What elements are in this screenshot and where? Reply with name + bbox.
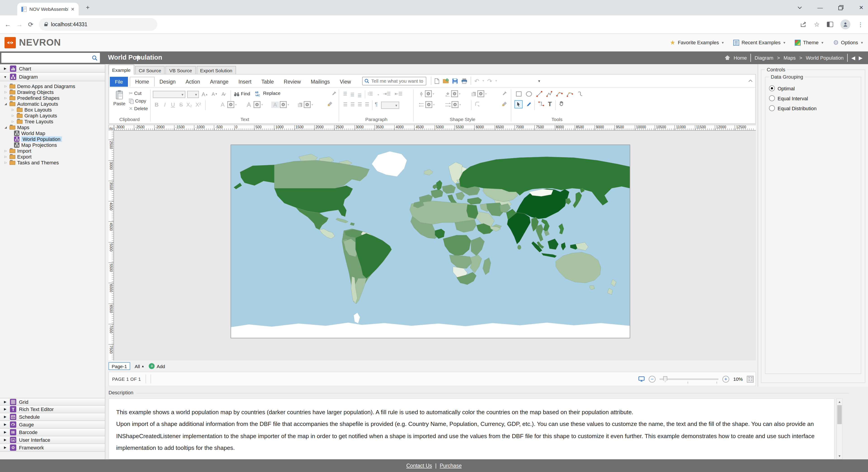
paragraph-style-select[interactable]: ▼ (381, 102, 399, 109)
window-close-icon[interactable]: ✕ (859, 4, 864, 11)
text-tool-icon[interactable]: T (548, 100, 552, 107)
shrink-font-icon[interactable]: A▼ (212, 91, 218, 97)
text-background-style-button[interactable]: ⚙▾ (298, 101, 313, 108)
new-tab-button[interactable]: + (86, 4, 90, 11)
breadcrumb-diagram[interactable]: Diagram (754, 55, 773, 61)
browser-menu-icon[interactable]: ⋮ (858, 21, 864, 28)
align-left-icon[interactable]: ☰ (343, 102, 348, 107)
world-population-map[interactable] (230, 144, 630, 338)
tree-item-predefined-shapes[interactable]: ▷Predefined Shapes (0, 95, 105, 101)
underline-button[interactable]: U (169, 102, 177, 108)
purchase-link[interactable]: Purchase (440, 463, 462, 468)
shape-fill-style-button[interactable]: ⚙▾ (445, 90, 460, 97)
window-menu-icon[interactable] (798, 6, 802, 9)
text-fill-style-button[interactable]: A⚙▾ (219, 101, 237, 108)
sidebar-section-rich-text-editor[interactable]: ▶TRich Text Editor (0, 406, 105, 413)
print-icon[interactable] (461, 78, 468, 84)
browser-tab[interactable]: NOV WebAssembly Examples ✕ (17, 3, 79, 15)
drawing-canvas[interactable]: 2000250030003500400045005000550060006500… (108, 131, 756, 361)
reload-icon[interactable]: ⟳ (28, 21, 33, 28)
tell-me-search[interactable] (362, 76, 427, 85)
search-icon[interactable] (92, 55, 98, 61)
ellipse-tool-icon[interactable] (525, 91, 532, 97)
description-scrollbar[interactable]: ▲ ▼ (836, 398, 843, 459)
sidebar-section-grid[interactable]: ▶Grid (0, 398, 105, 406)
radio-icon[interactable] (769, 95, 775, 101)
tree-item-maps[interactable]: ◢Maps (0, 124, 105, 130)
align-right-icon[interactable]: ☰ (358, 102, 362, 107)
ribbon-tab-design[interactable]: Design (154, 76, 181, 87)
radio-icon[interactable] (769, 105, 775, 111)
save-icon[interactable] (452, 78, 458, 84)
sidebar-section-diagram[interactable]: ▼ Diagram (0, 73, 105, 81)
tab-export-solution[interactable]: Export Solution (196, 66, 236, 74)
recent-examples-menu[interactable]: Recent Examples▼ (733, 39, 786, 45)
arc-tool-icon[interactable] (556, 91, 563, 97)
side-panel-icon[interactable] (827, 22, 833, 27)
undo-icon[interactable]: ↶ (474, 77, 479, 84)
zoom-out-icon[interactable]: − (649, 376, 655, 382)
sidebar-section-chart[interactable]: ▶ Chart (0, 64, 105, 73)
arrow-begin-style-button[interactable]: ⚙▾ (418, 101, 435, 108)
radio-optimal[interactable]: Optimal (769, 86, 857, 91)
sidebar-section-user-interface[interactable]: ▶User Interface (0, 436, 105, 444)
shape-shadow-style-button[interactable]: ⚙▾ (471, 90, 487, 97)
sidebar-section-framework[interactable]: ▶Framework (0, 444, 105, 452)
italic-button[interactable]: I (161, 102, 168, 108)
tree-item-world-population[interactable]: World Population (0, 136, 105, 142)
ribbon-tab-view[interactable]: View (335, 76, 356, 87)
back-icon[interactable]: ← (4, 21, 11, 28)
bullet-list-icon[interactable]: ⁝☰ (368, 91, 373, 96)
all-pages-button[interactable]: All▲ (135, 363, 145, 369)
ribbon-tab-table[interactable]: Table (256, 76, 279, 87)
text-style-picker-icon[interactable] (332, 91, 337, 96)
subscript-button[interactable]: X₂ (185, 102, 193, 108)
line-spacing-icon[interactable]: ☰ (343, 91, 347, 96)
sidebar-section-barcode[interactable]: ▶Barcode (0, 429, 105, 436)
tree-item-tasks-and-themes[interactable]: ▷Tasks and Themes (0, 160, 105, 165)
contact-us-link[interactable]: Contact Us (406, 463, 432, 468)
text-stroke-style-button[interactable]: A⚙▾ (245, 101, 263, 108)
pan-tool-icon[interactable] (559, 101, 564, 106)
tab-csharp-source[interactable]: C# Source (135, 66, 165, 74)
window-restore-icon[interactable] (838, 5, 844, 10)
align-center-icon[interactable]: ☰ (350, 102, 355, 107)
tree-item-box-layouts[interactable]: ▷Box Layouts (0, 107, 105, 112)
tree-item-automatic-layouts[interactable]: ◢Automatic Layouts (0, 101, 105, 107)
tell-me-input[interactable] (371, 78, 424, 83)
scroll-down-icon[interactable]: ▼ (838, 453, 841, 459)
fit-screen-icon[interactable] (638, 376, 645, 382)
page-tab[interactable]: Page-1 (108, 362, 130, 370)
lock-icon[interactable] (44, 24, 47, 26)
scroll-up-icon[interactable]: ▲ (838, 399, 841, 405)
bezier-tool-icon[interactable] (566, 91, 573, 97)
tree-item-map-projections[interactable]: Map Projections (0, 142, 105, 148)
ribbon-collapse-icon[interactable] (748, 79, 753, 82)
superscript-button[interactable]: X² (194, 102, 202, 108)
fit-page-icon[interactable] (747, 376, 754, 382)
font-size-select[interactable]: ▼ (187, 91, 199, 98)
breadcrumb-maps[interactable]: Maps (783, 55, 796, 61)
delete-button[interactable]: ✕ Delete (129, 106, 148, 111)
tree-item-graph-layouts[interactable]: ▷Graph Layouts (0, 112, 105, 119)
clear-formatting-icon[interactable]: A̷ (221, 91, 225, 97)
ribbon-tab-mailings[interactable]: Mailings (306, 76, 335, 87)
shape-style-picker-icon[interactable] (502, 91, 507, 96)
next-example-button[interactable]: ▶ (859, 55, 863, 61)
theme-menu[interactable]: Theme▼ (795, 39, 824, 45)
tree-item-world-map[interactable]: World Map (0, 130, 105, 136)
decrease-indent-icon[interactable]: ⇤☰ (395, 91, 403, 96)
copy-button[interactable]: Copy (129, 98, 146, 104)
arrow-end-style-button[interactable]: ⚙▾ (445, 101, 461, 108)
new-document-icon[interactable] (435, 78, 440, 84)
radio-equal-distribution[interactable]: Equal Distribution (769, 105, 857, 111)
zoom-in-icon[interactable]: + (722, 376, 729, 382)
ribbon-tab-review[interactable]: Review (279, 76, 306, 87)
previous-example-button[interactable]: ◀ (851, 55, 855, 61)
text-shadow-style-button[interactable]: A⚙▾ (271, 101, 289, 108)
tab-close-icon[interactable]: ✕ (71, 6, 74, 11)
sidebar-section-schedule[interactable]: ▶Schedule (0, 413, 105, 421)
replace-button[interactable]: Replace (255, 90, 281, 96)
ribbon-tab-home[interactable]: Home (130, 76, 154, 87)
tree-item-drawing-objects[interactable]: ▷Drawing Objects (0, 89, 105, 95)
